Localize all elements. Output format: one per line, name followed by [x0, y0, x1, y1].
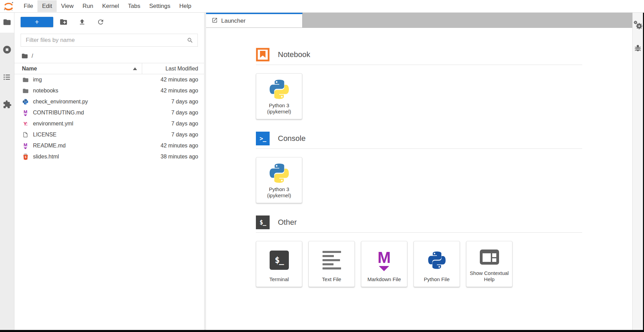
sidebar-item-table-of-contents[interactable] — [0, 68, 14, 88]
jupyterlab-app: File Edit View Run Kernel Tabs Settings … — [0, 0, 644, 332]
text-file-icon — [323, 241, 341, 276]
folder-icon — [22, 76, 29, 83]
section-title: Other — [278, 218, 297, 227]
upload-icon[interactable] — [78, 18, 86, 26]
launcher-section-notebook: Notebook Python 3 (ipykernel) — [256, 48, 582, 119]
contextual-help-icon — [479, 241, 499, 270]
card-label: Terminal — [267, 276, 291, 283]
menu-tabs[interactable]: Tabs — [124, 0, 145, 12]
file-row-img[interactable]: img 42 minutes ago — [14, 74, 204, 85]
sidebar-item-file-browser[interactable] — [0, 13, 14, 33]
dock-tab-bar: Launcher — [206, 13, 632, 28]
section-divider — [256, 65, 582, 65]
python-file-icon — [427, 241, 447, 276]
launcher-card-python-file[interactable]: Python File — [414, 241, 460, 287]
sidebar-spacer — [0, 88, 14, 95]
launcher-card-notebook-python3[interactable]: Python 3 (ipykernel) — [256, 73, 302, 119]
file-name: environment.yml — [33, 121, 171, 127]
notebook-icon — [256, 48, 270, 62]
sidebar-item-extension-manager[interactable] — [0, 95, 14, 115]
file-browser-toolbar: + — [14, 16, 204, 27]
sidebar-item-running-sessions[interactable] — [0, 40, 14, 60]
gears-icon[interactable] — [633, 20, 643, 30]
new-folder-icon[interactable] — [59, 18, 68, 26]
right-sidebar — [632, 13, 643, 330]
card-label: Python File — [422, 276, 452, 283]
menu-settings[interactable]: Settings — [145, 0, 175, 12]
html-file-icon: HTML 5 — [22, 153, 29, 160]
file-name: img — [33, 77, 161, 83]
sidebar-spacer — [0, 60, 14, 68]
terminal-icon: $_ — [256, 215, 270, 229]
name-column-header[interactable]: Name — [14, 63, 142, 74]
list-icon — [3, 73, 11, 83]
file-name: CONTRIBUTING.md — [33, 110, 171, 116]
markdown-icon: M — [377, 241, 391, 276]
file-row-readme[interactable]: M README.md 42 minutes ago — [14, 140, 204, 151]
console-icon: >_ — [256, 132, 270, 145]
launcher-card-console-python3[interactable]: Python 3 (ipykernel) — [256, 157, 302, 203]
breadcrumb: / — [14, 51, 204, 61]
card-label: Markdown File — [365, 276, 403, 283]
launcher-card-text-file[interactable]: Text File — [308, 241, 355, 287]
card-label: Text File — [320, 276, 343, 283]
menu-edit[interactable]: Edit — [37, 0, 56, 12]
file-modified: 7 days ago — [171, 132, 204, 138]
section-title: Console — [278, 134, 306, 143]
menu-bar: File Edit View Run Kernel Tabs Settings … — [0, 0, 644, 13]
main-dock-panel: Launcher Notebook — [206, 13, 632, 330]
file-row-notebooks[interactable]: notebooks 42 minutes ago — [14, 85, 204, 96]
bug-icon[interactable] — [634, 44, 642, 52]
launcher-panel: Notebook Python 3 (ipykernel) — [206, 28, 632, 330]
file-browser-panel: + — [14, 13, 204, 330]
file-modified: 42 minutes ago — [161, 143, 204, 149]
menu-view[interactable]: View — [57, 0, 78, 12]
file-modified: 7 days ago — [171, 110, 204, 116]
launcher-section-other: $_ Other $_ Terminal — [256, 215, 582, 287]
file-list: img 42 minutes ago notebooks 42 minutes … — [14, 74, 204, 162]
card-label: Python 3 (ipykernel) — [256, 186, 302, 199]
file-row-contributing[interactable]: M CONTRIBUTING.md 7 days ago — [14, 107, 204, 118]
file-row-slides[interactable]: HTML 5 slides.html 38 minutes ago — [14, 151, 204, 162]
file-name: check_environment.py — [33, 99, 171, 105]
tab-launcher[interactable]: Launcher — [206, 13, 303, 27]
section-title: Notebook — [278, 50, 310, 59]
section-divider — [256, 232, 582, 233]
launcher-card-show-contextual-help[interactable]: Show Contextual Help — [466, 241, 512, 287]
breadcrumb-separator: / — [32, 53, 33, 59]
puzzle-icon — [3, 100, 12, 110]
menu-kernel[interactable]: Kernel — [98, 0, 123, 12]
last-modified-column-header[interactable]: Last Modified — [142, 66, 204, 72]
menu-file[interactable]: File — [19, 0, 37, 12]
workspace: + — [0, 13, 644, 330]
tab-label: Launcher — [221, 18, 246, 24]
menu-run[interactable]: Run — [78, 0, 98, 12]
new-launcher-button[interactable]: + — [21, 17, 53, 27]
launcher-icon — [212, 17, 218, 25]
section-divider — [256, 148, 582, 149]
file-row-environment[interactable]: Y: environment.yml 7 days ago — [14, 118, 204, 129]
file-modified: 42 minutes ago — [161, 77, 204, 83]
file-row-license[interactable]: LICENSE 7 days ago — [14, 129, 204, 140]
launcher-card-terminal[interactable]: $_ Terminal — [256, 241, 302, 287]
card-label: Python 3 (ipykernel) — [256, 102, 302, 115]
file-row-check-environment[interactable]: check_environment.py 7 days ago — [14, 96, 204, 107]
refresh-icon[interactable] — [97, 18, 105, 26]
yaml-file-icon: Y: — [22, 120, 29, 127]
file-modified: 7 days ago — [171, 99, 204, 105]
python-logo-icon — [268, 74, 290, 102]
file-list-header: Name Last Modified — [14, 63, 204, 74]
sort-ascending-icon — [133, 67, 137, 70]
filter-files-input[interactable] — [21, 37, 187, 44]
terminal-icon: $_ — [270, 241, 289, 276]
markdown-file-icon: M — [22, 142, 29, 149]
sidebar-spacer — [0, 33, 14, 40]
launcher-card-markdown-file[interactable]: M Markdown File — [361, 241, 407, 287]
file-modified: 42 minutes ago — [161, 88, 204, 94]
jupyter-logo-icon — [3, 1, 14, 11]
menu-help[interactable]: Help — [175, 0, 196, 12]
home-folder-icon[interactable] — [21, 53, 28, 59]
svg-text:HTML: HTML — [24, 154, 27, 155]
file-name: README.md — [33, 143, 161, 149]
name-header-label: Name — [22, 66, 37, 72]
